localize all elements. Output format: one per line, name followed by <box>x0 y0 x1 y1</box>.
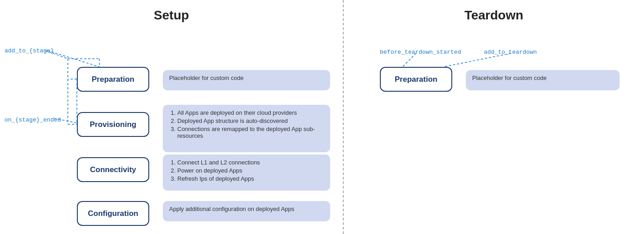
stage-preparation-label: Preparation <box>92 75 134 84</box>
list-item: Deployed App structure is auto-discovere… <box>177 117 324 124</box>
setup-title: Setup <box>0 0 343 23</box>
list-item: Connect L1 and L2 connections <box>177 159 324 166</box>
desc-provisioning-list: All Apps are deployed on their cloud pro… <box>169 109 324 139</box>
stage-configuration-label: Configuration <box>88 209 138 218</box>
desc-connectivity: Connect L1 and L2 connections Power on d… <box>163 154 330 191</box>
desc-preparation: Placeholder for custom code <box>163 70 330 90</box>
setup-panel: Setup add_to_{stage} on_{stage}_ended Pr… <box>0 0 344 234</box>
desc-preparation-text: Placeholder for custom code <box>169 75 244 81</box>
code-label-on-stage-ended: on_{stage}_ended <box>5 117 61 123</box>
list-item: Power on deployed Apps <box>177 167 324 174</box>
td-desc-preparation: Placeholder for custom code <box>466 70 620 90</box>
teardown-title: Teardown <box>344 0 644 23</box>
stage-provisioning-label: Provisioning <box>90 120 137 129</box>
list-item: All Apps are deployed on their cloud pro… <box>177 109 324 116</box>
td-desc-preparation-text: Placeholder for custom code <box>472 75 547 81</box>
desc-configuration-text: Apply additional configuration on deploy… <box>169 206 294 212</box>
td-stage-preparation: Preparation <box>380 67 452 92</box>
list-item: Connections are remapped to the deployed… <box>177 126 324 139</box>
desc-provisioning: All Apps are deployed on their cloud pro… <box>163 105 330 152</box>
teardown-panel: Teardown before_teardown_started add_to_… <box>344 0 644 234</box>
td-stage-preparation-label: Preparation <box>395 75 437 84</box>
stage-connectivity: Connectivity <box>77 157 149 182</box>
code-label-add-to-teardown: add_to_teardown <box>484 49 537 56</box>
desc-connectivity-list: Connect L1 and L2 connections Power on d… <box>169 159 324 182</box>
desc-configuration: Apply additional configuration on deploy… <box>163 201 330 221</box>
teardown-lines-svg <box>344 0 644 234</box>
stage-configuration: Configuration <box>77 201 149 226</box>
code-label-before-teardown: before_teardown_started <box>380 49 461 56</box>
svg-line-0 <box>47 51 99 67</box>
list-item: Refresh Ips of deployed Apps <box>177 175 324 182</box>
stage-provisioning: Provisioning <box>77 112 149 137</box>
stage-connectivity-label: Connectivity <box>90 165 136 174</box>
stage-preparation: Preparation <box>77 67 149 92</box>
code-label-add-to-stage: add_to_{stage} <box>5 47 54 54</box>
diagram-container: Setup add_to_{stage} on_{stage}_ended Pr… <box>0 0 644 234</box>
